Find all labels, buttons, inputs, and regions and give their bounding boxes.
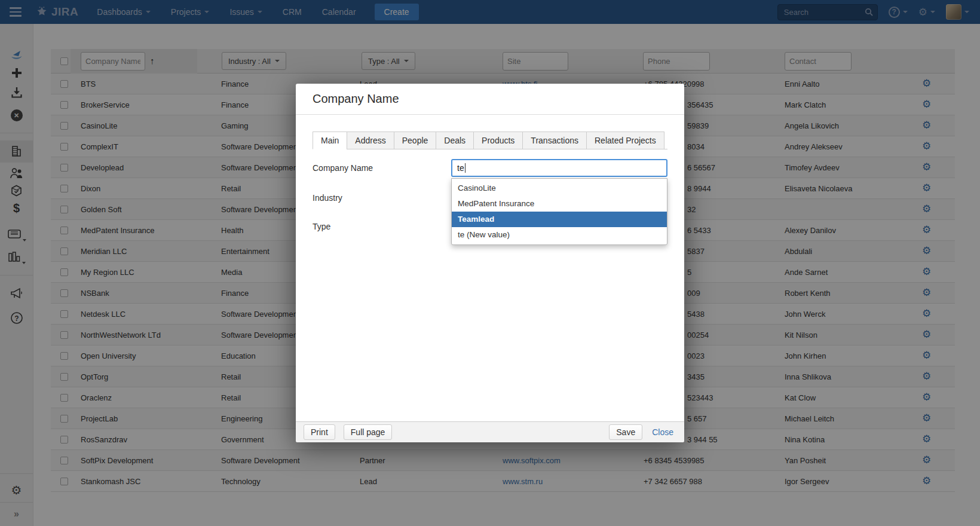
save-button[interactable]: Save (609, 424, 642, 440)
dialog-header: Company Name (296, 84, 684, 115)
autocomplete-option[interactable]: Teamlead (452, 212, 667, 227)
autocomplete-dropdown: CasinoLiteMedPatent InsuranceTeamleadte … (451, 178, 667, 245)
company-name-input[interactable]: te (451, 159, 667, 177)
tab-deals[interactable]: Deals (436, 132, 474, 149)
autocomplete-option[interactable]: te (New value) (452, 227, 667, 243)
industry-label: Industry (313, 193, 342, 203)
tab-products[interactable]: Products (473, 132, 523, 149)
tab-people[interactable]: People (394, 132, 437, 149)
tab-main[interactable]: Main (313, 132, 347, 149)
tab-related-projects[interactable]: Related Projects (586, 132, 664, 149)
tab-transactions[interactable]: Transactions (522, 132, 587, 149)
type-label: Type (313, 222, 330, 231)
dialog-title: Company Name (313, 92, 399, 106)
full-page-button[interactable]: Full page (344, 424, 393, 440)
close-link[interactable]: Close (652, 427, 673, 437)
text-cursor (465, 163, 466, 173)
dialog-footer: Print Full page Save Close (296, 421, 684, 442)
dialog-tabs: MainAddressPeopleDealsProductsTransactio… (313, 132, 667, 149)
company-dialog: Company Name MainAddressPeopleDealsProdu… (296, 84, 684, 442)
company-name-label: Company Name (313, 163, 373, 173)
autocomplete-option[interactable]: CasinoLite (452, 181, 667, 196)
print-button[interactable]: Print (304, 424, 335, 440)
tab-address[interactable]: Address (347, 132, 394, 149)
autocomplete-option[interactable]: MedPatent Insurance (452, 196, 667, 212)
